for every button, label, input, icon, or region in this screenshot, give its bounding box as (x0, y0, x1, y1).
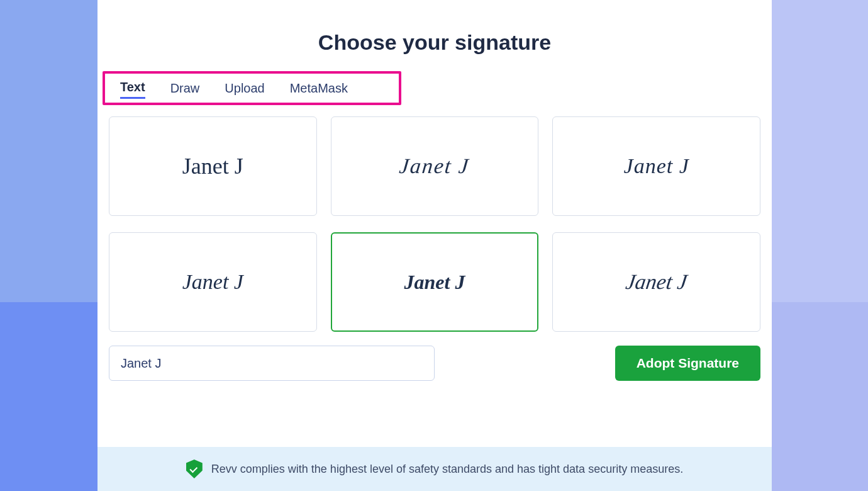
tabs-container: Text Draw Upload MetaMask (103, 71, 401, 105)
signature-grid: Janet J Janet J Janet J Janet J Janet J … (109, 116, 760, 332)
tab-draw[interactable]: Draw (170, 81, 200, 98)
adopt-signature-button[interactable]: Adopt Signature (615, 346, 760, 381)
tab-text[interactable]: Text (120, 80, 145, 99)
signature-name-input[interactable] (109, 346, 435, 381)
signature-option-3[interactable]: Janet J (552, 116, 760, 216)
signature-option-1[interactable]: Janet J (109, 116, 317, 216)
signature-preview: Janet J (398, 154, 470, 178)
footer-bar: Revv complies with the highest level of … (97, 447, 772, 491)
signature-option-4[interactable]: Janet J (109, 232, 317, 332)
tab-upload[interactable]: Upload (225, 81, 264, 98)
signature-preview: Janet J (182, 270, 243, 294)
page-title: Choose your signature (97, 30, 772, 55)
signature-preview: Janet J (404, 271, 465, 294)
signature-panel: Choose your signature Text Draw Upload M… (97, 0, 772, 491)
tab-metamask[interactable]: MetaMask (290, 81, 348, 98)
signature-preview: Janet J (624, 270, 689, 294)
bottom-row: Adopt Signature (109, 346, 760, 381)
signature-option-2[interactable]: Janet J (331, 116, 539, 216)
footer-text: Revv complies with the highest level of … (211, 463, 683, 476)
signature-option-5[interactable]: Janet J (331, 232, 539, 332)
shield-check-icon (186, 460, 203, 478)
signature-option-6[interactable]: Janet J (552, 232, 760, 332)
signature-preview: Janet J (182, 153, 243, 179)
signature-preview: Janet J (624, 154, 689, 178)
